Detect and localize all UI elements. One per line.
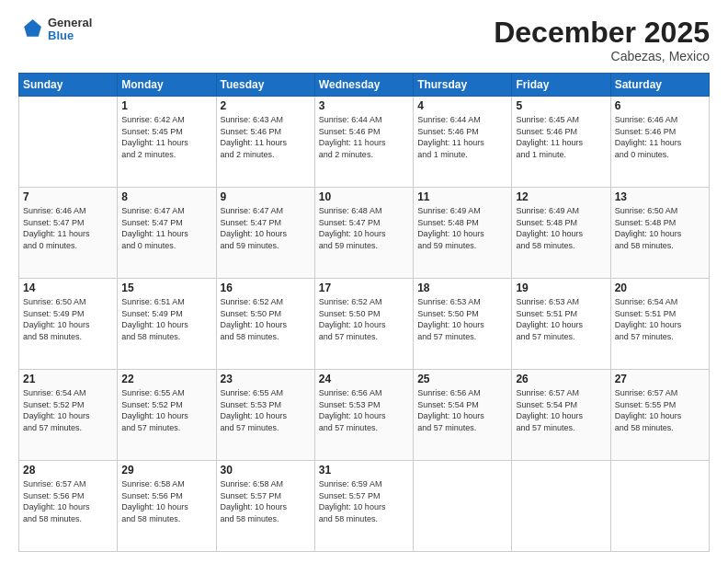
day-number: 27 (615, 373, 705, 385)
col-header-monday: Monday (118, 74, 216, 97)
calendar-cell: 5Sunrise: 6:45 AMSunset: 5:46 PMDaylight… (512, 97, 610, 188)
week-row-3: 14Sunrise: 6:50 AMSunset: 5:49 PMDayligh… (19, 279, 710, 370)
cell-info: Sunrise: 6:44 AMSunset: 5:46 PMDaylight:… (417, 114, 507, 160)
cell-info: Sunrise: 6:54 AMSunset: 5:51 PMDaylight:… (615, 296, 705, 342)
cell-info: Sunrise: 6:47 AMSunset: 5:47 PMDaylight:… (121, 205, 211, 251)
cell-info: Sunrise: 6:56 AMSunset: 5:53 PMDaylight:… (319, 387, 409, 433)
calendar-cell: 23Sunrise: 6:55 AMSunset: 5:53 PMDayligh… (216, 370, 314, 461)
calendar-cell: 17Sunrise: 6:52 AMSunset: 5:50 PMDayligh… (314, 279, 413, 370)
day-number: 12 (516, 190, 606, 203)
cell-info: Sunrise: 6:50 AMSunset: 5:49 PMDaylight:… (23, 296, 113, 342)
calendar-cell: 9Sunrise: 6:47 AMSunset: 5:47 PMDaylight… (216, 188, 314, 279)
logo-blue: Blue (48, 29, 92, 42)
day-number: 15 (121, 282, 211, 294)
logo-icon (18, 17, 44, 42)
cell-info: Sunrise: 6:49 AMSunset: 5:48 PMDaylight:… (417, 205, 507, 251)
calendar-table: SundayMondayTuesdayWednesdayThursdayFrid… (18, 73, 710, 552)
logo-general: General (48, 17, 92, 29)
page: General Blue December 2025 Cabezas, Mexi… (0, 0, 728, 563)
calendar-cell: 25Sunrise: 6:56 AMSunset: 5:54 PMDayligh… (414, 370, 512, 461)
cell-info: Sunrise: 6:53 AMSunset: 5:50 PMDaylight:… (417, 296, 507, 342)
calendar-cell: 7Sunrise: 6:46 AMSunset: 5:47 PMDaylight… (19, 188, 118, 279)
cell-info: Sunrise: 6:46 AMSunset: 5:46 PMDaylight:… (615, 114, 705, 160)
day-number: 4 (417, 99, 507, 112)
calendar-cell: 24Sunrise: 6:56 AMSunset: 5:53 PMDayligh… (314, 370, 413, 461)
subtitle: Cabezas, Mexico (494, 49, 710, 63)
cell-info: Sunrise: 6:49 AMSunset: 5:48 PMDaylight:… (516, 205, 606, 251)
col-header-sunday: Sunday (19, 74, 118, 97)
col-header-friday: Friday (512, 74, 610, 97)
day-number: 23 (221, 373, 311, 385)
col-header-thursday: Thursday (414, 74, 512, 97)
calendar-cell: 8Sunrise: 6:47 AMSunset: 5:47 PMDaylight… (118, 188, 216, 279)
calendar-cell: 10Sunrise: 6:48 AMSunset: 5:47 PMDayligh… (314, 188, 413, 279)
day-number: 20 (615, 282, 705, 294)
week-row-2: 7Sunrise: 6:46 AMSunset: 5:47 PMDaylight… (19, 188, 710, 279)
cell-info: Sunrise: 6:47 AMSunset: 5:47 PMDaylight:… (221, 205, 311, 251)
calendar-cell: 16Sunrise: 6:52 AMSunset: 5:50 PMDayligh… (216, 279, 314, 370)
svg-marker-0 (24, 19, 41, 37)
cell-info: Sunrise: 6:52 AMSunset: 5:50 PMDaylight:… (319, 296, 409, 342)
title-block: December 2025 Cabezas, Mexico (494, 17, 710, 63)
calendar-cell: 4Sunrise: 6:44 AMSunset: 5:46 PMDaylight… (414, 97, 512, 188)
day-number: 21 (23, 373, 113, 385)
cell-info: Sunrise: 6:58 AMSunset: 5:57 PMDaylight:… (221, 478, 311, 524)
month-title: December 2025 (494, 17, 710, 49)
calendar-cell: 31Sunrise: 6:59 AMSunset: 5:57 PMDayligh… (314, 461, 413, 552)
cell-info: Sunrise: 6:46 AMSunset: 5:47 PMDaylight:… (23, 205, 113, 251)
cell-info: Sunrise: 6:55 AMSunset: 5:52 PMDaylight:… (121, 387, 211, 433)
day-number: 2 (221, 99, 311, 112)
cell-info: Sunrise: 6:45 AMSunset: 5:46 PMDaylight:… (516, 114, 606, 160)
calendar-cell (610, 461, 709, 552)
calendar-cell: 12Sunrise: 6:49 AMSunset: 5:48 PMDayligh… (512, 188, 610, 279)
calendar-cell: 22Sunrise: 6:55 AMSunset: 5:52 PMDayligh… (118, 370, 216, 461)
calendar-cell: 11Sunrise: 6:49 AMSunset: 5:48 PMDayligh… (414, 188, 512, 279)
cell-info: Sunrise: 6:57 AMSunset: 5:54 PMDaylight:… (516, 387, 606, 433)
day-number: 24 (319, 373, 409, 385)
cell-info: Sunrise: 6:50 AMSunset: 5:48 PMDaylight:… (615, 205, 705, 251)
cell-info: Sunrise: 6:42 AMSunset: 5:45 PMDaylight:… (121, 114, 211, 160)
day-number: 19 (516, 282, 606, 294)
week-row-1: 1Sunrise: 6:42 AMSunset: 5:45 PMDaylight… (19, 97, 710, 188)
calendar-cell (414, 461, 512, 552)
day-number: 10 (319, 190, 409, 203)
calendar-cell: 21Sunrise: 6:54 AMSunset: 5:52 PMDayligh… (19, 370, 118, 461)
day-number: 14 (23, 282, 113, 294)
week-row-5: 28Sunrise: 6:57 AMSunset: 5:56 PMDayligh… (19, 461, 710, 552)
day-number: 1 (121, 99, 211, 112)
logo-text: General Blue (48, 17, 92, 43)
calendar-cell: 20Sunrise: 6:54 AMSunset: 5:51 PMDayligh… (610, 279, 709, 370)
calendar-cell: 6Sunrise: 6:46 AMSunset: 5:46 PMDaylight… (610, 97, 709, 188)
day-number: 11 (417, 190, 507, 203)
week-row-4: 21Sunrise: 6:54 AMSunset: 5:52 PMDayligh… (19, 370, 710, 461)
cell-info: Sunrise: 6:44 AMSunset: 5:46 PMDaylight:… (319, 114, 409, 160)
calendar-cell (19, 97, 118, 188)
calendar-cell: 14Sunrise: 6:50 AMSunset: 5:49 PMDayligh… (19, 279, 118, 370)
calendar-cell: 18Sunrise: 6:53 AMSunset: 5:50 PMDayligh… (414, 279, 512, 370)
day-number: 16 (221, 282, 311, 294)
day-number: 3 (319, 99, 409, 112)
cell-info: Sunrise: 6:56 AMSunset: 5:54 PMDaylight:… (417, 387, 507, 433)
day-number: 9 (221, 190, 311, 203)
day-number: 28 (23, 464, 113, 477)
day-number: 30 (221, 464, 311, 477)
cell-info: Sunrise: 6:54 AMSunset: 5:52 PMDaylight:… (23, 387, 113, 433)
cell-info: Sunrise: 6:53 AMSunset: 5:51 PMDaylight:… (516, 296, 606, 342)
day-number: 25 (417, 373, 507, 385)
calendar-cell: 15Sunrise: 6:51 AMSunset: 5:49 PMDayligh… (118, 279, 216, 370)
day-number: 5 (516, 99, 606, 112)
cell-info: Sunrise: 6:51 AMSunset: 5:49 PMDaylight:… (121, 296, 211, 342)
calendar-cell: 28Sunrise: 6:57 AMSunset: 5:56 PMDayligh… (19, 461, 118, 552)
day-number: 17 (319, 282, 409, 294)
cell-info: Sunrise: 6:57 AMSunset: 5:56 PMDaylight:… (23, 478, 113, 524)
cell-info: Sunrise: 6:43 AMSunset: 5:46 PMDaylight:… (221, 114, 311, 160)
col-header-tuesday: Tuesday (216, 74, 314, 97)
day-number: 8 (121, 190, 211, 203)
cell-info: Sunrise: 6:59 AMSunset: 5:57 PMDaylight:… (319, 478, 409, 524)
calendar-cell: 27Sunrise: 6:57 AMSunset: 5:55 PMDayligh… (610, 370, 709, 461)
day-number: 18 (417, 282, 507, 294)
day-number: 7 (23, 190, 113, 203)
day-number: 29 (121, 464, 211, 477)
calendar-cell: 13Sunrise: 6:50 AMSunset: 5:48 PMDayligh… (610, 188, 709, 279)
day-number: 26 (516, 373, 606, 385)
